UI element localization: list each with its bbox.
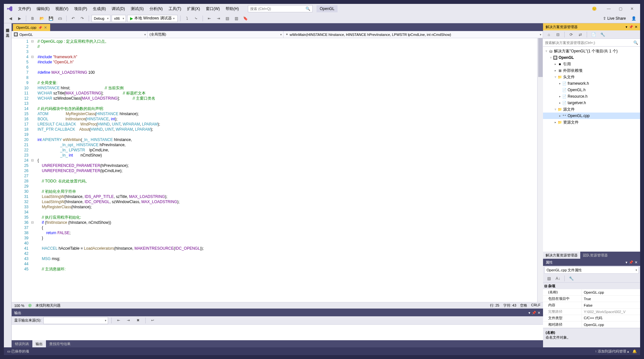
editor[interactable]: 1234567891011121314151617181920212223242… — [12, 38, 543, 302]
panel-close-icon[interactable]: ✕ — [635, 260, 638, 265]
alpha-icon[interactable]: A↓ — [554, 275, 562, 282]
menu-item[interactable]: 调试(D) — [109, 5, 128, 13]
menu-item[interactable]: 帮助(H) — [223, 5, 241, 13]
output-wrap-icon[interactable]: ↩ — [149, 317, 157, 324]
vertical-scrollbar[interactable] — [537, 38, 543, 302]
nav-back-icon[interactable]: ◀ — [6, 15, 14, 22]
output-tab[interactable]: 输出 — [32, 340, 46, 347]
menu-item[interactable]: 扩展(X) — [184, 5, 203, 13]
nav-member-combo[interactable]: ⚬ wWinMain(HINSTANCE hInstance, HINSTANC… — [283, 31, 543, 38]
props-row[interactable]: (名称)OpenGL.cpp — [543, 289, 640, 296]
tree-row[interactable]: ▿📁头文件 — [543, 74, 640, 80]
props-row[interactable]: 内容False — [543, 302, 640, 309]
tree-project[interactable]: ▿🔲OpenGL — [543, 54, 640, 61]
editor-tab-opengl[interactable]: OpenGL.cpp 📌 ✕ — [13, 24, 50, 31]
props-row[interactable]: 完整路径Y:\002_WorkSpace\002_V — [543, 309, 640, 315]
tree-row[interactable]: ▸📁资源文件 — [543, 119, 640, 125]
categorize-icon[interactable]: ▤ — [545, 275, 553, 282]
nav-project-combo[interactable]: 🔲 OpenGL — [12, 31, 148, 38]
refresh-icon[interactable]: ⟳ — [567, 31, 575, 38]
indent-right-icon[interactable]: ⇥ — [215, 15, 222, 22]
minimize-icon[interactable]: — — [603, 5, 614, 13]
bookmark-icon[interactable]: 🔖 — [242, 15, 250, 22]
panel-close-icon[interactable]: ✕ — [635, 25, 638, 29]
redo-icon[interactable]: ↷ — [78, 15, 86, 22]
comment-icon[interactable]: ▤ — [224, 15, 231, 22]
step-over-icon[interactable]: ⤷ — [192, 15, 200, 22]
autohide-icon[interactable]: 📌 — [629, 260, 633, 265]
scroll-thumb[interactable] — [538, 38, 543, 77]
right-tab[interactable]: 解决方案资源管理器 — [543, 252, 580, 259]
autohide-icon[interactable]: 📌 — [629, 25, 633, 29]
notifications-icon[interactable]: 🔔 — [632, 349, 637, 354]
menu-item[interactable]: 项目(P) — [72, 5, 90, 13]
fold-gutter[interactable]: ⊟⊟⊟⊟ — [31, 38, 38, 302]
tree-row[interactable]: ▸⊞外部依赖项 — [543, 67, 640, 74]
step-icon[interactable]: ⤵ — [183, 15, 191, 22]
collapse-icon[interactable]: ⊟ — [554, 31, 562, 38]
menu-item[interactable]: 工具(T) — [166, 5, 184, 13]
props-row[interactable]: 相对路径OpenGL.cpp — [543, 321, 640, 328]
uncomment-icon[interactable]: ▥ — [233, 15, 240, 22]
tree-root[interactable]: ▿🗂解决方案"OpenGL"(1 个项目/共 1 个) — [543, 48, 640, 54]
tree-row[interactable]: ▸■引用 — [543, 61, 640, 67]
panel-close-icon[interactable]: ✕ — [538, 311, 540, 315]
open-icon[interactable]: 📂 — [38, 15, 46, 22]
undo-icon[interactable]: ↶ — [69, 15, 77, 22]
props-row[interactable]: 包括在项目中True — [543, 296, 640, 302]
platform-combo[interactable]: x86 — [112, 15, 126, 22]
config-combo[interactable]: Debug — [92, 15, 110, 22]
search-input[interactable] — [250, 7, 305, 11]
tree-row[interactable]: ▸📄Resource.h — [543, 93, 640, 100]
sync-icon[interactable]: ⇄ — [576, 31, 584, 38]
feedback-icon[interactable]: 🙂 — [592, 6, 597, 11]
right-tab[interactable]: 团队资源管理器 — [580, 252, 610, 259]
menu-item[interactable]: 文件(F) — [16, 5, 33, 13]
tree-row[interactable]: ▿📁源文件 — [543, 106, 640, 113]
props-row[interactable]: 文件类型C/C++ 代码 — [543, 315, 640, 321]
show-all-icon[interactable]: 📄 — [590, 31, 597, 38]
pin-icon[interactable]: 📌 — [38, 26, 42, 29]
source-control-button[interactable]: ↑ 添加到源代码管理 ▴ — [595, 349, 629, 354]
output-body[interactable] — [12, 325, 543, 340]
menu-item[interactable]: 编辑(E) — [34, 5, 52, 13]
save-icon[interactable]: 💾 — [47, 15, 55, 22]
properties-icon[interactable]: 🔧 — [599, 31, 606, 38]
output-tab[interactable]: 查找符号结果 — [46, 340, 74, 347]
menu-item[interactable]: 分析(N) — [147, 5, 165, 13]
menu-item[interactable]: 生成(B) — [90, 5, 108, 13]
properties-grid[interactable]: ⊟ 杂项(名称)OpenGL.cpp包括在项目中True内容False完整路径Y… — [543, 283, 640, 328]
tree-row[interactable]: ▸⁺⁺OpenGL.cpp — [543, 113, 640, 119]
zoom-combo[interactable]: 100 % — [14, 304, 24, 308]
solution-tree[interactable]: ▿🗂解决方案"OpenGL"(1 个项目/共 1 个)▿🔲OpenGL▸■引用▸… — [543, 47, 640, 252]
menu-item[interactable]: 视图(V) — [53, 5, 71, 13]
output-source-combo[interactable] — [43, 317, 108, 324]
pin-icon[interactable]: ▾ — [528, 311, 530, 315]
run-button[interactable]: ▶本地 Windows 调试器▾ — [127, 15, 177, 22]
properties-target-combo[interactable]: OpenGL.cpp 文件属性 — [544, 267, 639, 274]
solution-search[interactable]: 🔍 — [543, 39, 640, 47]
wrench-icon[interactable]: 🔧 — [567, 275, 575, 282]
account-icon[interactable]: 👤 — [630, 15, 638, 22]
output-prev-icon[interactable]: ⇤ — [115, 317, 123, 324]
code-area[interactable]: // OpenGL.cpp : 定义应用程序的入口点。// #include "… — [38, 38, 537, 302]
output-tab[interactable]: 错误列表 — [12, 340, 32, 347]
autohide-icon[interactable]: 📌 — [532, 311, 536, 315]
nav-fwd-icon[interactable]: ▶ — [16, 15, 23, 22]
output-next-icon[interactable]: ⇥ — [125, 317, 132, 324]
new-project-icon[interactable]: 🗎 — [29, 15, 37, 22]
tree-row[interactable]: 📄OpenGL.h — [543, 87, 640, 93]
solution-search-input[interactable] — [545, 41, 633, 45]
home-icon[interactable]: ⌂ — [545, 31, 553, 38]
dock-tab[interactable]: 工具箱 — [5, 28, 11, 34]
search-box[interactable]: 🔍 — [248, 5, 313, 12]
output-clear-icon[interactable]: ✖ — [134, 317, 142, 324]
save-all-icon[interactable]: 🗃 — [56, 15, 64, 22]
maximize-icon[interactable]: ▢ — [615, 5, 626, 13]
indent-left-icon[interactable]: ⇤ — [205, 15, 213, 22]
tree-row[interactable]: ▸📄targetver.h — [543, 100, 640, 106]
menu-item[interactable]: 测试(S) — [128, 5, 146, 13]
close-icon[interactable]: ✕ — [627, 5, 638, 13]
tab-close-icon[interactable]: ✕ — [44, 26, 47, 30]
tree-row[interactable]: ▸📄framework.h — [543, 80, 640, 87]
